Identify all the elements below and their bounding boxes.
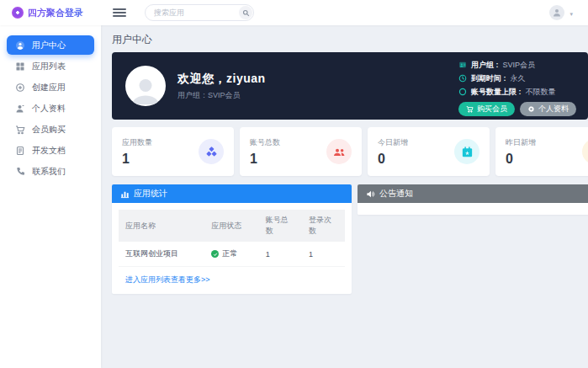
profile-button[interactable]: 个人资料 — [520, 102, 576, 116]
banner-actions: 购买会员 个人资料 — [458, 102, 576, 116]
check-circle-icon — [211, 250, 219, 258]
stat-value: 0 — [506, 152, 536, 167]
plus-circle-icon — [15, 83, 25, 93]
stat-label: 昨日新增 — [506, 137, 536, 148]
profile-label: 个人资料 — [538, 104, 569, 115]
banner-user-block: 欢迎您，ziyuan 用户组：SVIP会员 — [125, 66, 266, 106]
column-header: 应用状态 — [204, 210, 259, 242]
logo[interactable]: 四方聚合登录 — [0, 7, 101, 19]
stat-card-yesterday-new: 昨日新增 0 — [495, 127, 588, 176]
table-row: 互联网创业项目 正常 — [119, 242, 345, 267]
sidebar-item-buy-member[interactable]: 会员购买 — [7, 120, 94, 139]
bottom-panels: 应用统计 应用名称 应用状态 账号总数 登录次数 — [112, 184, 588, 294]
app-window: 四方聚合登录 ▾ 用户中心 — [0, 0, 588, 368]
info-line-account-limit: 账号数量上限 : 不限数量 — [458, 87, 576, 98]
main-content: 用户中心 用户中心 欢迎您，ziyuan 用户组：SVIP会员 — [101, 25, 588, 368]
user-circle-icon — [15, 40, 25, 51]
info-label: 用户组 : — [471, 60, 499, 71]
banner-account-info: 用户组 : SVIP会员 到期时间 : 永久 账号数 — [458, 56, 576, 116]
sidebar-item-user-center[interactable]: 用户中心 — [7, 35, 94, 55]
buy-member-label: 购买会员 — [477, 104, 507, 115]
users-icon — [326, 139, 352, 164]
notice-panel: 公告通知 — [358, 184, 588, 215]
notice-header: 公告通知 — [358, 184, 588, 203]
sidebar-item-contact-us[interactable]: 联系我们 — [7, 162, 94, 181]
id-badge-icon — [458, 61, 467, 69]
info-value: 不限数量 — [526, 87, 556, 98]
app-status-cell: 正常 — [204, 242, 259, 267]
content-header: 用户中心 用户中心 — [112, 32, 588, 47]
welcome-banner: 欢迎您，ziyuan 用户组：SVIP会员 用户组 : SVIP会员 — [112, 52, 588, 120]
stat-label: 账号总数 — [250, 137, 280, 148]
calendar-icon — [582, 139, 588, 164]
stat-value: 1 — [122, 152, 152, 167]
logins-cell: 1 — [302, 242, 345, 267]
info-line-user-group: 用户组 : SVIP会员 — [458, 60, 576, 71]
sidebar-item-label: 开发文档 — [32, 145, 66, 157]
menu-toggle-icon[interactable] — [113, 7, 126, 19]
column-header: 应用名称 — [119, 210, 204, 242]
grid-icon — [15, 61, 25, 72]
stat-value: 0 — [378, 152, 408, 167]
person-icon — [15, 104, 25, 114]
user-icon — [130, 74, 161, 106]
speaker-icon — [366, 189, 375, 199]
stat-label: 应用数量 — [122, 137, 152, 148]
banner-welcome-text: 欢迎您，ziyuan 用户组：SVIP会员 — [177, 72, 266, 101]
stat-card-app-count: 应用数量 1 — [112, 127, 234, 176]
sidebar-item-label: 应用列表 — [32, 61, 66, 72]
info-value: SVIP会员 — [503, 60, 536, 71]
circle-icon — [458, 88, 467, 96]
cart-icon — [466, 105, 474, 113]
app-name-cell: 互联网创业项目 — [119, 242, 204, 267]
sidebar-item-create-app[interactable]: 创建应用 — [7, 77, 94, 97]
stat-value: 1 — [250, 152, 280, 167]
gear-icon — [527, 105, 535, 113]
sidebar-item-label: 会员购买 — [32, 124, 66, 136]
column-header: 登录次数 — [302, 210, 345, 242]
sidebar-item-label: 个人资料 — [32, 103, 66, 115]
sidebar: 用户中心 应用列表 创建应用 个人资料 会员购买 — [0, 25, 101, 368]
info-line-expiry: 到期时间 : 永久 — [458, 73, 576, 84]
buy-member-button[interactable]: 购买会员 — [458, 102, 515, 116]
stats-row: 应用数量 1 账号总数 1 — [112, 127, 588, 176]
notice-body — [358, 203, 588, 215]
cubes-icon — [199, 139, 224, 164]
app-stats-panel: 应用统计 应用名称 应用状态 账号总数 登录次数 — [112, 184, 352, 294]
clock-icon — [458, 74, 467, 83]
app-stats-table-wrap: 应用名称 应用状态 账号总数 登录次数 互联网创业项目 — [112, 210, 352, 267]
banner-avatar — [125, 66, 166, 106]
sidebar-item-dev-docs[interactable]: 开发文档 — [7, 141, 94, 160]
accounts-cell: 1 — [259, 242, 302, 267]
phone-icon — [15, 167, 25, 177]
info-label: 账号数量上限 : — [471, 87, 522, 98]
app-stats-header: 应用统计 — [112, 184, 352, 203]
bar-chart-icon — [120, 189, 130, 199]
user-avatar[interactable] — [549, 5, 564, 20]
stat-label: 今日新增 — [378, 137, 408, 148]
search-input[interactable] — [145, 4, 254, 21]
stat-card-today-new: 今日新增 0 — [368, 127, 490, 176]
logo-text: 四方聚合登录 — [28, 7, 83, 19]
search-box — [145, 4, 254, 21]
search-button[interactable] — [239, 6, 252, 19]
sidebar-item-label: 创建应用 — [32, 82, 66, 93]
column-header: 账号总数 — [259, 210, 302, 242]
page-title: 用户中心 — [112, 33, 152, 47]
sidebar-item-app-list[interactable]: 应用列表 — [7, 56, 94, 76]
logo-icon — [12, 7, 24, 19]
panel-title: 应用统计 — [134, 188, 167, 200]
document-icon — [15, 146, 25, 156]
chevron-down-icon: ▾ — [569, 11, 573, 18]
info-value: 永久 — [511, 73, 526, 84]
sidebar-item-profile[interactable]: 个人资料 — [7, 99, 94, 118]
info-label: 到期时间 : — [471, 73, 506, 84]
cart-icon — [15, 125, 25, 135]
search-icon — [242, 9, 250, 17]
app-stats-table: 应用名称 应用状态 账号总数 登录次数 互联网创业项目 — [119, 210, 345, 267]
panel-title: 公告通知 — [379, 188, 413, 200]
view-more-link[interactable]: 进入应用列表查看更多>> — [112, 267, 352, 294]
calendar-icon — [454, 139, 479, 164]
welcome-message: 欢迎您，ziyuan — [177, 72, 266, 87]
sidebar-item-label: 联系我们 — [32, 166, 66, 178]
